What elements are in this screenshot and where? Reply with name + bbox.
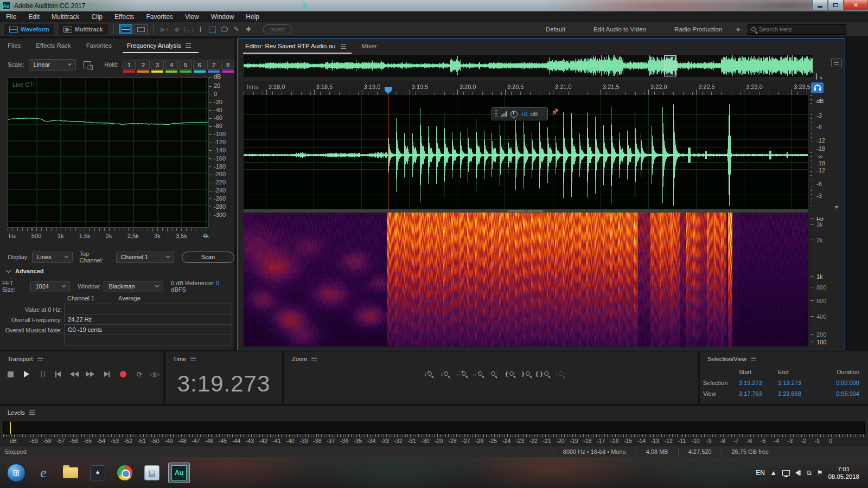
window-dropdown[interactable]: Blackman — [104, 281, 163, 292]
panel-menu-icon[interactable] — [186, 43, 191, 48]
volume-tray-icon[interactable]: ) — [795, 470, 801, 476]
fast-forward-button[interactable] — [84, 369, 96, 380]
language-indicator[interactable]: EN — [756, 469, 765, 477]
zoom-menu-icon[interactable] — [311, 357, 317, 361]
help-search-box[interactable] — [748, 24, 846, 35]
frequency-plot[interactable]: Live CTI — [8, 78, 209, 228]
advanced-section-toggle[interactable]: Advanced — [7, 268, 44, 274]
slip-tool[interactable]: |↔| — [183, 24, 195, 35]
move-tool[interactable]: ▶✛ — [159, 24, 171, 35]
workspace-default[interactable]: Default — [532, 26, 579, 33]
menu-multitrack[interactable]: Multitrack — [46, 11, 85, 22]
menu-window[interactable]: Window — [205, 11, 240, 22]
fa-table-row[interactable]: G0 -19 cents — [65, 325, 232, 335]
panel-menu-icon[interactable] — [341, 44, 346, 49]
snapshot-icon[interactable] — [84, 61, 91, 68]
fa-table-row[interactable] — [65, 335, 232, 345]
restore-button[interactable] — [828, 0, 844, 10]
zoom-reset-button[interactable]: ·· — [486, 368, 500, 380]
overview-view-box[interactable] — [664, 55, 676, 76]
frequency-plot-canvas[interactable] — [8, 78, 208, 227]
fft-size-dropdown[interactable]: 1024 — [30, 281, 70, 292]
lasso-selection-tool[interactable] — [219, 24, 231, 35]
tab-frequency-analysis[interactable]: Frequency Analysis — [119, 38, 199, 53]
menu-effects[interactable]: Effects — [108, 11, 140, 22]
levels-meter[interactable] — [3, 421, 865, 434]
overview-waveform[interactable] — [244, 55, 813, 77]
zoom-out-amplitude-button[interactable]: ↕− — [437, 368, 451, 380]
skip-selection-button[interactable]: ◁|▷ — [149, 369, 161, 380]
menu-help[interactable]: Help — [240, 11, 265, 22]
tab-files[interactable]: Files — [0, 38, 28, 53]
timeline-ruler[interactable]: hms 3:18,03:18,53:19,03:19,53:20,03:20,5… — [244, 81, 808, 95]
time-selection-tool[interactable]: I — [195, 24, 207, 35]
hold-button-7[interactable]: 7 — [207, 60, 220, 70]
menu-favorites[interactable]: Favorites — [141, 11, 179, 22]
gain-hud[interactable]: +0 dB — [492, 107, 548, 120]
hold-button-5[interactable]: 5 — [179, 60, 192, 70]
stop-button[interactable] — [4, 369, 16, 380]
zoom-in-time-button[interactable]: ↔+ — [453, 368, 468, 380]
hud-grip[interactable] — [495, 110, 497, 118]
top-channel-dropdown[interactable]: Channel 1 — [116, 252, 174, 263]
play-button[interactable] — [21, 369, 33, 380]
hud-pin-icon[interactable]: 📌 — [551, 108, 560, 117]
hud-gain-value[interactable]: +0 — [521, 111, 528, 117]
hold-button-4[interactable]: 4 — [165, 60, 178, 70]
hold-button-8[interactable]: 8 — [221, 60, 234, 70]
scale-dropdown[interactable]: Linear — [29, 59, 76, 70]
time-menu-icon[interactable] — [190, 357, 196, 361]
menu-clip[interactable]: Clip — [85, 11, 108, 22]
selection-view-row[interactable]: Selection3:19.2733:19.2730:00.000 — [703, 377, 864, 388]
hold-button-2[interactable]: 2 — [137, 60, 150, 70]
invert-button[interactable]: Invert — [263, 24, 292, 34]
search-input[interactable] — [759, 26, 835, 33]
zoom-in-amplitude-button[interactable]: ↕+ — [420, 368, 435, 380]
zoom-out-point-button[interactable]: ❵ — [518, 368, 533, 380]
waveform-mode-button[interactable]: Waveform — [4, 24, 54, 35]
razor-tool[interactable]: ◆ — [171, 24, 183, 35]
hold-button-6[interactable]: 6 — [193, 60, 206, 70]
hud-gain-knob[interactable] — [510, 111, 518, 118]
spot-healing-tool[interactable]: ✚ — [242, 24, 254, 35]
skip-to-end-button[interactable] — [101, 369, 113, 380]
skip-to-start-button[interactable] — [52, 369, 64, 380]
zoom-selection-button[interactable]: ❴❵ — [534, 368, 549, 380]
zoom-full-button[interactable]: ↕ — [552, 368, 566, 380]
overview-menu-icon[interactable] — [831, 59, 842, 67]
selection-view-row[interactable]: View3:17.7633:23.6680:05.904 — [703, 388, 864, 399]
fa-table-row[interactable] — [65, 304, 232, 314]
transport-menu-icon[interactable] — [37, 357, 43, 361]
network-tray-icon[interactable] — [782, 470, 790, 476]
scale-options-arrow[interactable] — [834, 206, 839, 209]
menu-view[interactable]: View — [179, 11, 205, 22]
display-dropdown[interactable]: Lines — [32, 252, 73, 263]
paintbrush-tool[interactable]: ✎ — [231, 24, 242, 35]
menu-file[interactable]: File — [0, 11, 22, 22]
taskbar-ie-icon[interactable]: e — [33, 463, 54, 483]
fa-table-row[interactable]: 24,22 Hz — [65, 314, 232, 325]
multitrack-mode-button[interactable]: Multitrack — [59, 24, 108, 35]
record-button[interactable] — [117, 369, 129, 380]
zoom-in-point-button[interactable]: ❴ — [502, 368, 516, 380]
taskbar-explorer-icon[interactable] — [60, 463, 81, 483]
menu-edit[interactable]: Edit — [22, 11, 46, 22]
workspace-overflow-button[interactable]: » — [736, 25, 740, 33]
spectral-view-toggle[interactable] — [135, 24, 148, 34]
overview-zoom-icon[interactable] — [816, 73, 817, 80]
scrollbar-handle[interactable] — [508, 210, 543, 212]
tab-effects-rack[interactable]: Effects Rack — [28, 38, 78, 53]
taskbar-audition-icon[interactable]: Au — [168, 463, 190, 483]
time-display[interactable]: 3:19.273 — [177, 371, 271, 397]
zoom-out-time-button[interactable]: ↔− — [469, 368, 484, 380]
workspace-radio-production[interactable]: Radio Production — [660, 26, 736, 33]
minimize-button[interactable] — [812, 0, 828, 10]
spectrogram-canvas[interactable] — [244, 213, 808, 346]
rewind-button[interactable] — [68, 369, 80, 380]
selection-view-menu-icon[interactable] — [751, 357, 756, 361]
loop-playback-button[interactable]: ⟳ — [133, 369, 145, 380]
taskbar-media-app-icon[interactable]: ★ — [87, 463, 108, 483]
clipboard-tray-icon[interactable]: ⧉ — [807, 469, 812, 477]
tab-favorites[interactable]: Favorites — [79, 38, 119, 53]
reference-value[interactable]: 0 — [216, 280, 219, 286]
